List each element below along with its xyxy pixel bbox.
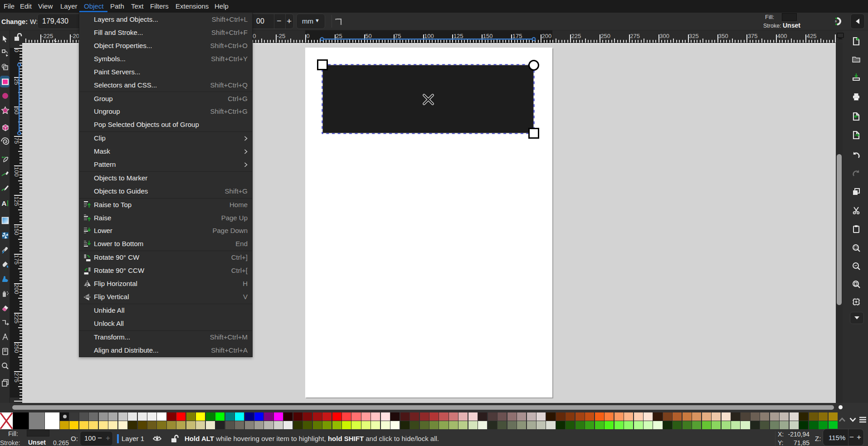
svg-text:s: s bbox=[835, 19, 837, 23]
svg-text:A: A bbox=[2, 199, 7, 207]
